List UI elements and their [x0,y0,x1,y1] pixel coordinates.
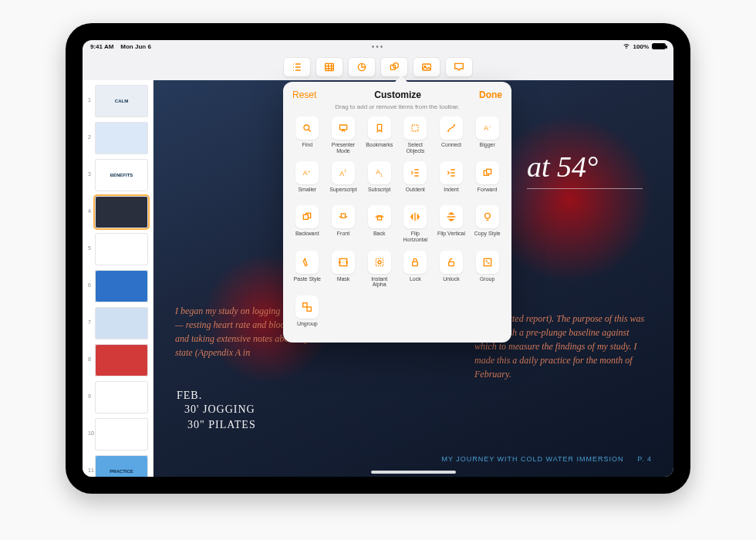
slide-thumbnail[interactable]: 6 [95,270,148,302]
slide-thumbnail[interactable]: 4 [95,196,148,228]
customize-item-unlock[interactable]: Unlock [437,251,467,288]
customize-item-flipv[interactable]: Flip Vertical [437,205,467,242]
toolbar-comment-button[interactable] [445,57,473,77]
slide-thumbnail[interactable]: 9 [95,381,148,413]
customize-item-fliph[interactable]: Flip Horizontal [400,205,430,242]
ipad-device-frame: 9:41 AM Mon Jun 6 100% ••• 1CA [66,23,690,494]
handwriting-jogging: 30' JOGGING [184,403,255,417]
customize-item-label: Select Objects [406,142,424,154]
customize-item-search[interactable]: Find [292,116,322,154]
slide-number: 6 [88,282,91,288]
customize-item-alpha[interactable]: Instant Alpha [364,251,394,288]
slide-thumbnail[interactable]: 11PRACTICE [95,455,148,477]
alpha-icon [368,251,391,274]
outdent-icon [403,161,427,184]
customize-item-label: Superscript [329,187,356,197]
copystyle-icon [476,205,499,228]
handwriting-pilates: 30" PILATES [187,418,256,432]
done-button[interactable]: Done [479,89,502,100]
customize-item-super[interactable]: Superscript [329,161,359,197]
customize-item-label: Unlock [443,276,459,287]
multitask-dots-icon[interactable]: ••• [372,42,385,51]
backward-icon [295,205,319,228]
slide-number: 1 [88,97,91,103]
toolbar-chart-button[interactable] [348,57,376,77]
slide-number: 9 [88,393,91,399]
customize-item-pastestyle[interactable]: Paste Style [292,251,322,288]
customize-item-label: Back [373,231,386,241]
customize-item-label: Flip Horizontal [403,231,428,242]
customize-item-mask[interactable]: Mask [329,251,359,288]
slide-thumbnail[interactable]: 1CALM [95,85,148,117]
customize-item-backward[interactable]: Backward [292,205,322,242]
reset-button[interactable]: Reset [292,89,316,100]
slide-number: 10 [88,430,94,436]
customize-item-label: Instant Alpha [371,276,387,288]
sub-icon [368,161,391,184]
customize-item-smaller[interactable]: Smaller [292,161,322,197]
customize-item-ungroup[interactable]: Ungroup [292,295,322,332]
customize-item-label: Indent [444,187,458,197]
customize-item-label: Presenter Mode [332,142,355,154]
slide-number: 11 [88,467,94,473]
status-date: Mon Jun 6 [120,43,151,50]
customize-item-label: Paste Style [294,276,321,287]
customize-item-forward[interactable]: Forward [472,161,502,197]
back-icon [368,205,391,228]
slide-thumbnail[interactable]: 2 [95,122,148,154]
customize-item-presenter[interactable]: Presenter Mode [329,116,359,154]
slide-temperature-title: at 54° [527,150,643,189]
toolbar-outline-view-button[interactable] [283,57,311,77]
customize-item-select[interactable]: Select Objects [400,116,430,154]
slide-navigator[interactable]: 1CALM23BENEFITS4567891011PRACTICE + [83,80,154,477]
customize-item-group[interactable]: Group [472,251,502,288]
customize-item-label: Front [337,231,349,241]
toolbar-media-button[interactable] [413,57,440,77]
customize-item-lock[interactable]: Lock [400,251,430,288]
customize-item-bigger[interactable]: Bigger [472,116,502,154]
customize-item-label: Copy Style [474,231,501,241]
presenter-icon [332,116,355,140]
toolbar-shapes-button[interactable] [380,57,408,77]
popover-subtitle: Drag to add or remove items from the too… [292,103,502,110]
customize-item-label: Find [302,142,313,153]
customize-item-bookmark[interactable]: Bookmarks [364,116,394,154]
customize-item-back[interactable]: Back [364,205,394,242]
slide-number: 8 [88,356,91,362]
select-icon [403,116,427,140]
smaller-icon [295,161,319,184]
customize-item-label: Backward [295,231,319,241]
svg-rect-0 [326,63,334,70]
slide-thumbnail[interactable]: 3BENEFITS [95,159,148,191]
customize-item-label: Bookmarks [366,142,393,153]
wifi-icon [623,42,630,51]
toolbar-table-button[interactable] [316,57,343,77]
customize-item-label: Lock [410,276,421,287]
customize-item-label: Group [480,276,494,287]
battery-icon [652,43,666,49]
slide-thumbnail[interactable]: 8 [95,344,148,376]
svg-rect-4 [423,64,431,70]
customize-item-sub[interactable]: Subscript [364,161,394,197]
slide-thumbnail[interactable]: 7 [95,307,148,339]
status-time: 9:41 AM [90,43,113,50]
mask-icon [332,251,355,274]
home-indicator[interactable] [371,471,456,474]
customize-item-indent[interactable]: Indent [437,161,467,197]
customize-item-front[interactable]: Front [329,205,359,242]
flipv-icon [440,205,463,228]
slide-thumbnail[interactable]: 5 [95,233,148,265]
handwriting-feb: FEB. [177,389,202,403]
customize-item-copystyle[interactable]: Copy Style [472,205,502,242]
screen: 9:41 AM Mon Jun 6 100% ••• 1CA [83,40,673,477]
customize-item-label: Bigger [480,142,495,153]
customize-item-label: Flip Vertical [437,231,465,241]
customize-item-outdent[interactable]: Outdent [400,161,430,197]
customize-item-connect[interactable]: Connect [437,116,467,154]
slide-thumbnail[interactable]: 10 [95,418,148,451]
customize-toolbar-popover: Reset Customize Done Drag to add or remo… [283,82,511,343]
ungroup-icon [295,295,319,319]
indent-icon [440,161,463,184]
toolbar [83,57,673,77]
customize-item-label: Connect [441,142,461,153]
